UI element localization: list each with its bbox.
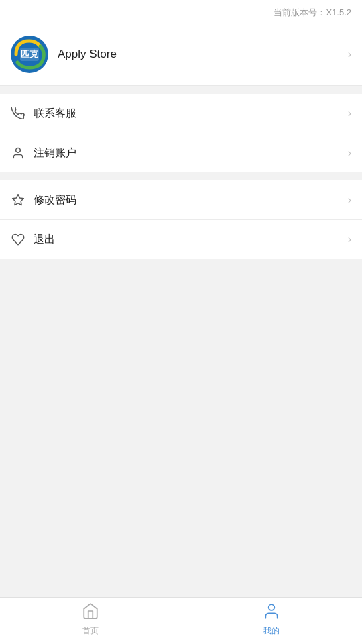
cancel-account-chevron: ›	[348, 147, 351, 159]
svg-text:匹克: 匹克	[21, 49, 39, 59]
mine-label: 我的	[263, 625, 280, 637]
apply-store-chevron: ›	[348, 48, 351, 60]
version-bar: 当前版本号：X1.5.2	[0, 0, 362, 23]
mine-icon	[263, 602, 280, 623]
svg-marker-5	[13, 195, 24, 205]
version-text: 当前版本号：X1.5.2	[274, 7, 351, 17]
content-area	[0, 259, 362, 597]
star-icon	[11, 193, 25, 207]
cancel-account-text: 注销账户	[34, 146, 348, 160]
contact-text: 联系客服	[34, 107, 348, 121]
logout-chevron: ›	[348, 233, 351, 246]
nav-home[interactable]: 首页	[0, 598, 181, 644]
phone-icon	[11, 106, 25, 121]
svg-point-6	[269, 604, 275, 610]
gap-2	[0, 172, 362, 180]
cancel-account-item[interactable]: 注销账户 ›	[0, 133, 362, 172]
contact-chevron: ›	[348, 107, 351, 119]
change-password-item[interactable]: 修改密码 ›	[0, 180, 362, 220]
heart-icon	[11, 232, 25, 247]
person-icon	[11, 146, 25, 160]
logout-item[interactable]: 退出 ›	[0, 220, 362, 259]
home-icon	[82, 602, 99, 623]
app-logo: 匹克	[11, 36, 48, 73]
apply-store-label: Apply Store	[58, 48, 348, 61]
change-password-chevron: ›	[348, 194, 351, 206]
menu-section-2: 修改密码 › 退出 ›	[0, 180, 362, 259]
home-label: 首页	[82, 625, 99, 637]
logout-text: 退出	[34, 233, 348, 247]
svg-point-4	[16, 148, 21, 153]
apply-store-item[interactable]: 匹克 Apply Store ›	[0, 23, 362, 86]
change-password-text: 修改密码	[34, 193, 348, 207]
contact-item[interactable]: 联系客服 ›	[0, 94, 362, 133]
menu-section-1: 联系客服 › 注销账户 ›	[0, 94, 362, 172]
nav-mine[interactable]: 我的	[181, 598, 362, 644]
bottom-nav: 首页 我的	[0, 597, 362, 644]
gap-1	[0, 86, 362, 94]
